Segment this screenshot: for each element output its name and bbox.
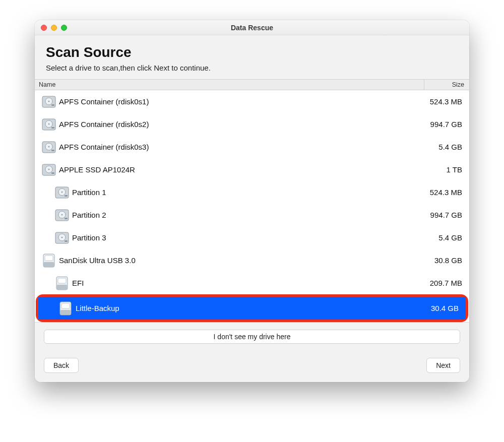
page-header: Scan Source Select a drive to scan,then … — [35, 35, 469, 79]
external-drive-icon — [55, 301, 76, 316]
window-controls — [35, 25, 67, 31]
drive-row[interactable]: SanDisk Ultra USB 3.030.8 GB — [35, 249, 469, 272]
drive-row[interactable]: Little-Backup30.4 GB — [38, 297, 466, 320]
selection-highlight: Little-Backup30.4 GB — [36, 294, 468, 322]
drive-row[interactable]: APFS Container (rdisk0s2)994.7 GB — [35, 113, 469, 136]
internal-drive-icon — [52, 185, 72, 200]
drive-row[interactable]: APPLE SSD AP1024R1 TB — [35, 158, 469, 181]
footer: I don't see my drive here Back Next — [35, 322, 469, 382]
drive-size: 994.7 GB — [417, 211, 462, 219]
internal-drive-icon — [39, 140, 59, 155]
drive-label: SanDisk Ultra USB 3.0 — [59, 256, 417, 265]
external-drive-icon — [39, 253, 59, 268]
drive-label: Partition 2 — [72, 211, 417, 219]
drive-label: APFS Container (rdisk0s1) — [59, 97, 417, 106]
internal-drive-icon — [52, 230, 72, 245]
drive-label: APPLE SSD AP1024R — [59, 165, 417, 174]
table-header: Name Size — [35, 79, 469, 90]
drive-row[interactable]: Partition 1524.3 MB — [35, 181, 469, 204]
internal-drive-icon — [39, 94, 59, 109]
drive-label: APFS Container (rdisk0s3) — [59, 143, 417, 151]
app-window: Data Rescue Scan Source Select a drive t… — [35, 20, 469, 382]
next-button[interactable]: Next — [426, 358, 460, 373]
drive-label: Little-Backup — [76, 304, 413, 312]
drive-row[interactable]: APFS Container (rdisk0s1)524.3 MB — [35, 90, 469, 113]
drive-size: 524.3 MB — [417, 97, 462, 106]
window-title: Data Rescue — [35, 24, 469, 32]
drive-label: APFS Container (rdisk0s2) — [59, 120, 417, 129]
column-header-size[interactable]: Size — [424, 80, 469, 90]
nav-row: Back Next — [44, 358, 460, 373]
drive-row[interactable]: EFI209.7 MB — [35, 272, 469, 294]
close-window-button[interactable] — [41, 25, 47, 31]
page-subtitle: Select a drive to scan,then click Next t… — [46, 64, 458, 72]
drive-size: 5.4 GB — [417, 143, 462, 151]
drive-size: 30.4 GB — [413, 304, 459, 312]
external-drive-icon — [52, 276, 72, 291]
internal-drive-icon — [52, 208, 72, 223]
page-title: Scan Source — [46, 44, 458, 60]
drive-size: 1 TB — [417, 165, 462, 174]
drive-size: 5.4 GB — [417, 233, 462, 242]
column-header-name[interactable]: Name — [35, 81, 424, 88]
zoom-window-button[interactable] — [61, 25, 67, 31]
drive-label: Partition 3 — [72, 233, 417, 242]
drive-label: Partition 1 — [72, 188, 417, 197]
back-button[interactable]: Back — [44, 358, 79, 373]
titlebar: Data Rescue — [35, 20, 469, 35]
drive-row[interactable]: Partition 35.4 GB — [35, 226, 469, 249]
drive-row[interactable]: Partition 2994.7 GB — [35, 204, 469, 226]
drive-size: 30.8 GB — [417, 256, 462, 265]
drive-size: 524.3 MB — [417, 188, 462, 197]
minimize-window-button[interactable] — [51, 25, 57, 31]
drive-size: 209.7 MB — [417, 279, 462, 287]
drive-list: APFS Container (rdisk0s1)524.3 MBAPFS Co… — [35, 90, 469, 322]
drive-size: 994.7 GB — [417, 120, 462, 129]
internal-drive-icon — [39, 162, 59, 177]
drive-not-found-button[interactable]: I don't see my drive here — [44, 330, 460, 344]
drive-row[interactable]: APFS Container (rdisk0s3)5.4 GB — [35, 136, 469, 158]
drive-label: EFI — [72, 279, 417, 287]
internal-drive-icon — [39, 117, 59, 132]
